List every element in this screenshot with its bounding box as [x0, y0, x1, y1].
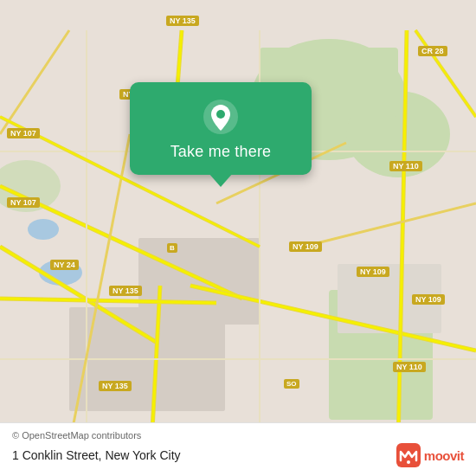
moovit-text: moovit	[424, 448, 464, 463]
hw-ny109-2: NY 109	[357, 267, 389, 277]
hw-ny135-3: NY 135	[109, 286, 142, 296]
moovit-logo: moovit	[396, 443, 464, 467]
bottom-bar: © OpenStreetMap contributors 1 Conklin S…	[0, 422, 476, 476]
svg-point-38	[216, 110, 225, 119]
svg-point-40	[407, 460, 410, 464]
hw-ny135-1: NY 135	[166, 16, 199, 26]
hw-ny109-1: NY 109	[289, 241, 322, 252]
hw-b: B	[167, 243, 177, 253]
hw-ny24: NY 24	[50, 260, 79, 270]
hw-ny110-2: NY 110	[393, 362, 426, 372]
address-text: 1 Conklin Street, New York City	[12, 448, 181, 462]
moovit-icon	[396, 443, 421, 467]
hw-ny109-3: NY 109	[412, 294, 445, 305]
popup-card: Take me there	[130, 82, 312, 175]
map-container: NY 135 NY 135 NY 107 NY 107 NY 24 NY 135…	[0, 0, 476, 476]
map-attribution: © OpenStreetMap contributors	[12, 430, 464, 441]
hw-ny107-1: NY 107	[7, 128, 40, 138]
hw-ny107-2: NY 107	[7, 197, 40, 208]
hw-cr28: CR 28	[418, 46, 447, 56]
svg-point-7	[28, 219, 59, 240]
hw-ny135-4: NY 135	[99, 381, 132, 391]
location-pin-icon	[202, 98, 240, 136]
address-row: 1 Conklin Street, New York City moovit	[12, 443, 464, 467]
hw-so: SO	[284, 379, 299, 389]
hw-ny110-1: NY 110	[389, 161, 422, 171]
take-me-there-button[interactable]: Take me there	[170, 143, 272, 161]
